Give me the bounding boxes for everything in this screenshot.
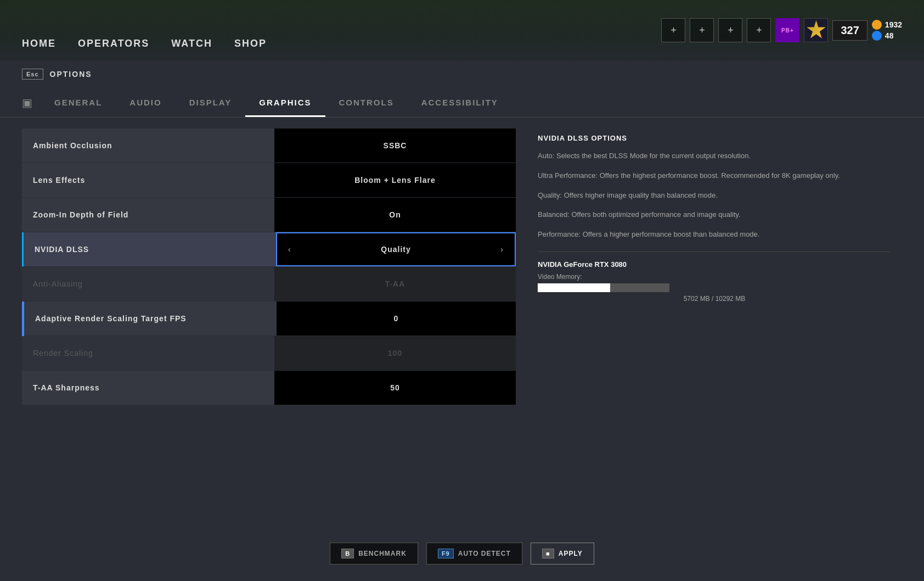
nav-level: 327 (832, 20, 867, 41)
nav-shop[interactable]: SHOP (234, 38, 267, 52)
nav-currency: 1932 48 (872, 20, 902, 41)
esc-button[interactable]: Esc (22, 69, 43, 80)
auto-detect-button[interactable]: F9 AUTO DETECT (426, 543, 522, 565)
blue-currency-icon (872, 31, 882, 41)
nav-home[interactable]: HOME (22, 38, 56, 52)
ambient-occlusion-value[interactable]: SSBC (274, 129, 516, 163)
setting-render-scaling: Render Scaling 100 (22, 336, 516, 371)
taa-sharpness-value[interactable]: 50 (274, 371, 516, 405)
benchmark-label: BENCHMARK (358, 550, 407, 557)
nav-right: + + + + PB+ 327 1932 48 (661, 18, 902, 42)
vram-label: Video Memory: (538, 273, 891, 281)
dlss-desc-ultra: Ultra Performance: Offers the highest pe… (538, 170, 891, 182)
dlss-info-panel: NVIDIA DLSS OPTIONS Auto: Selects the be… (527, 129, 902, 405)
top-nav: HOME OPERATORS WATCH SHOP + + + + PB+ 32… (0, 0, 924, 60)
settings-icon: ▣ (22, 96, 32, 109)
apply-button[interactable]: ■ APPLY (531, 543, 594, 565)
gpu-info: NVIDIA GeForce RTX 3080 Video Memory: 57… (538, 252, 891, 303)
vram-bar-fill (538, 283, 610, 292)
nav-rank-badge (804, 18, 828, 42)
tab-accessibility[interactable]: ACCESSIBILITY (408, 88, 512, 117)
main-content: Ambient Occlusion SSBC Lens Effects Bloo… (0, 129, 924, 405)
dlss-desc-performance: Performance: Offers a higher performance… (538, 229, 891, 241)
taa-sharpness-label: T-AA Sharpness (22, 383, 274, 392)
dlss-desc-auto: Auto: Selects the best DLSS Mode for the… (538, 150, 891, 162)
nav-add-btn-1[interactable]: + (661, 18, 685, 42)
lens-effects-value[interactable]: Bloom + Lens Flare (274, 163, 516, 197)
tab-general[interactable]: GENERAL (41, 88, 116, 117)
currency-gold: 1932 (872, 20, 902, 30)
lens-effects-label: Lens Effects (22, 176, 274, 185)
ambient-occlusion-label: Ambient Occlusion (22, 141, 274, 150)
options-title: OPTIONS (50, 70, 92, 79)
benchmark-key: B (341, 549, 354, 558)
auto-detect-key: F9 (438, 549, 454, 558)
setting-lens-effects: Lens Effects Bloom + Lens Flare (22, 163, 516, 198)
dlss-arrow-left[interactable]: ‹ (280, 239, 300, 259)
dlss-info-title: NVIDIA DLSS OPTIONS (538, 134, 891, 142)
render-scaling-value: 100 (274, 336, 516, 370)
benchmark-button[interactable]: B BENCHMARK (330, 543, 418, 565)
apply-key: ■ (542, 549, 554, 558)
nav-avatar[interactable]: PB+ (775, 18, 799, 42)
dlss-value-text: Quality (381, 245, 410, 254)
gold-amount: 1932 (885, 20, 902, 29)
anti-aliasing-value: T-AA (274, 267, 516, 301)
auto-detect-label: AUTO DETECT (458, 550, 511, 557)
setting-taa-sharpness: T-AA Sharpness 50 (22, 371, 516, 405)
adaptive-render-value[interactable]: 0 (277, 301, 516, 336)
nav-add-btn-2[interactable]: + (690, 18, 714, 42)
tab-audio[interactable]: AUDIO (116, 88, 175, 117)
options-header: Esc OPTIONS (0, 60, 924, 88)
vram-text: 5702 MB / 10292 MB (538, 295, 891, 303)
setting-render-scaling-wrapper: Adaptive Render Scaling Target FPS 0 (22, 301, 516, 336)
tab-graphics[interactable]: GRAPHICS (245, 88, 325, 117)
dlss-arrow-right[interactable]: › (492, 239, 512, 259)
setting-nvidia-dlss: NVIDIA DLSS ‹ Quality › (22, 232, 516, 267)
settings-panel: Ambient Occlusion SSBC Lens Effects Bloo… (22, 129, 516, 405)
vram-bar-bg (538, 283, 669, 292)
render-scaling-label: Render Scaling (22, 349, 274, 357)
nav-watch[interactable]: WATCH (171, 38, 212, 52)
gpu-name: NVIDIA GeForce RTX 3080 (538, 260, 891, 269)
setting-adaptive-render: Adaptive Render Scaling Target FPS 0 (24, 301, 516, 336)
nvidia-dlss-value[interactable]: ‹ Quality › (276, 232, 516, 266)
blue-amount: 48 (885, 31, 894, 40)
apply-label: APPLY (559, 550, 583, 557)
setting-anti-aliasing: Anti-Aliasing T-AA (22, 267, 516, 301)
tab-nav: ▣ GENERAL AUDIO DISPLAY GRAPHICS CONTROL… (0, 88, 924, 118)
tab-display[interactable]: DISPLAY (176, 88, 246, 117)
nav-links: HOME OPERATORS WATCH SHOP (22, 0, 267, 60)
anti-aliasing-label: Anti-Aliasing (22, 280, 274, 288)
gold-icon (872, 20, 882, 30)
setting-zoom-dof: Zoom-In Depth of Field On (22, 198, 516, 232)
rank-star-icon (806, 20, 826, 40)
zoom-dof-value[interactable]: On (274, 198, 516, 232)
nvidia-dlss-label: NVIDIA DLSS (24, 245, 276, 254)
tab-controls[interactable]: CONTROLS (325, 88, 408, 117)
adaptive-render-label: Adaptive Render Scaling Target FPS (24, 314, 277, 323)
nav-operators[interactable]: OPERATORS (78, 38, 149, 52)
setting-ambient-occlusion: Ambient Occlusion SSBC (22, 129, 516, 163)
bottom-bar: B BENCHMARK F9 AUTO DETECT ■ APPLY (0, 543, 924, 565)
dlss-desc-balanced: Balanced: Offers both optimized performa… (538, 209, 891, 221)
zoom-dof-label: Zoom-In Depth of Field (22, 210, 274, 219)
left-border-indicator (22, 301, 24, 336)
currency-blue: 48 (872, 31, 902, 41)
nav-add-btn-4[interactable]: + (747, 18, 771, 42)
nav-add-btn-3[interactable]: + (718, 18, 742, 42)
dlss-desc-quality: Quality: Offers higher image quality tha… (538, 190, 891, 202)
